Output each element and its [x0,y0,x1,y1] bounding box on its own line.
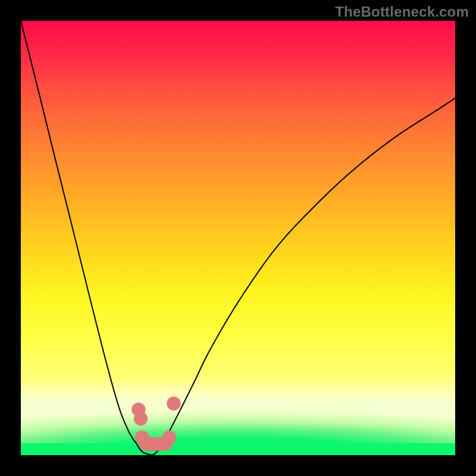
watermark-text: TheBottleneck.com [335,4,469,20]
marker-dot [134,412,148,425]
curves-svg [21,21,455,455]
plot-area [21,21,455,455]
chart-frame: TheBottleneck.com [0,0,476,476]
curve-left-curve [21,21,152,455]
marker-dot [162,430,176,444]
curve-right-curve [152,98,455,455]
marker-dot [167,396,180,410]
